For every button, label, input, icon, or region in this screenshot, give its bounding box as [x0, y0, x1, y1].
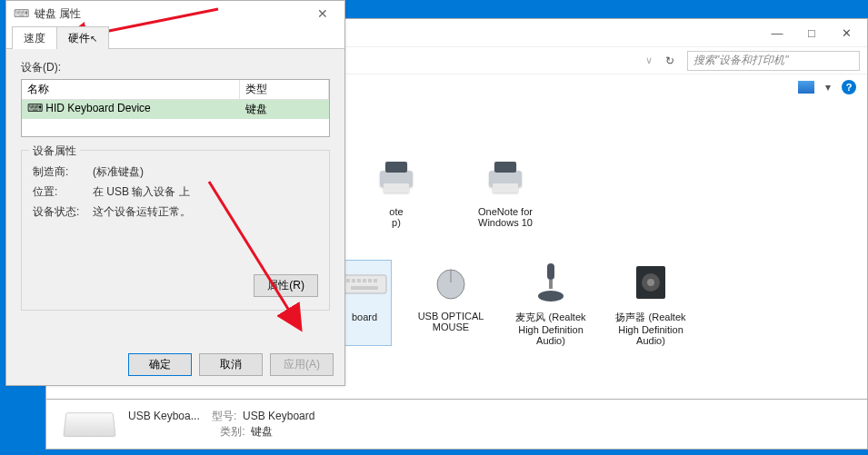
keyboard-thumb-icon: [63, 412, 115, 437]
detail-model-key: 型号:: [212, 410, 236, 422]
device-label: 扬声器 (Realtek: [610, 311, 692, 324]
devices-listbox[interactable]: 名称 类型 ⌨ HID Keyboard Device 键盘: [21, 79, 330, 137]
microphone-icon: [533, 262, 569, 303]
device-label: Audio): [510, 335, 592, 346]
svg-rect-8: [352, 279, 355, 282]
svg-rect-18: [549, 280, 553, 289]
tab-hardware[interactable]: 硬件↖: [56, 26, 109, 49]
svg-rect-17: [547, 263, 554, 280]
svg-rect-10: [363, 279, 366, 282]
speaker-icon: [633, 262, 669, 302]
devices-label: 设备(D):: [21, 60, 330, 75]
device-label: High Definition: [610, 324, 692, 335]
svg-point-19: [538, 291, 564, 302]
dialog-title: 键盘 属性: [35, 6, 81, 22]
svg-rect-4: [494, 162, 516, 173]
help-icon[interactable]: ?: [842, 80, 856, 94]
apply-button[interactable]: 应用(A): [270, 353, 334, 376]
svg-rect-13: [351, 286, 378, 290]
cancel-button[interactable]: 取消: [199, 353, 263, 376]
dialog-close-button[interactable]: ✕: [308, 6, 337, 21]
tab-speed[interactable]: 速度: [12, 26, 57, 49]
device-label: 麦克风 (Realtek: [510, 311, 592, 324]
group-legend: 设备属性: [29, 143, 80, 159]
cursor-icon: ↖: [90, 34, 97, 44]
properties-button[interactable]: 属性(R): [254, 274, 318, 297]
device-speaker[interactable]: 扬声器 (Realtek High Definition Audio): [610, 260, 692, 346]
svg-rect-2: [384, 183, 409, 193]
device-onenote-w10[interactable]: OneNote for Windows 10: [464, 155, 546, 228]
row-name: HID Keyboard Device: [45, 102, 150, 114]
detail-cat-val: 键盘: [251, 425, 273, 438]
svg-rect-1: [385, 162, 407, 173]
stat-key: 设备状态:: [33, 204, 93, 220]
svg-rect-6: [343, 275, 386, 293]
dialog-buttons: 确定 取消 应用(A): [128, 353, 334, 376]
tab-strip: 速度 硬件↖: [6, 26, 344, 48]
device-label: board: [338, 312, 391, 322]
keyboard-icon: [342, 270, 387, 297]
device-label: Audio): [610, 335, 692, 346]
device-label: Windows 10: [464, 217, 546, 228]
search-input[interactable]: 搜索"设备和打印机": [687, 51, 860, 71]
printer-icon: [374, 160, 418, 196]
listbox-header: 名称 类型: [22, 80, 329, 100]
loc-val: 在 USB 输入设备 上: [93, 184, 190, 200]
device-label: MOUSE: [410, 321, 492, 332]
keyboard-properties-dialog: ⌨ 键盘 属性 ✕ 速度 硬件↖ 设备(D): 名称 类型 ⌨ HID Keyb…: [5, 0, 345, 386]
svg-rect-7: [346, 279, 350, 282]
minimize-button[interactable]: —: [760, 22, 794, 44]
device-label: OneNote for: [464, 206, 546, 217]
mfr-key: 制造商:: [33, 164, 93, 180]
detail-name: USB Keyboa...: [128, 410, 200, 422]
close-button[interactable]: ✕: [829, 22, 863, 44]
svg-rect-11: [368, 279, 372, 282]
svg-rect-9: [357, 279, 361, 282]
device-properties-group: 设备属性 制造商:(标准键盘) 位置:在 USB 输入设备 上 设备状态:这个设…: [21, 150, 330, 311]
dropdown-icon[interactable]: ▾: [825, 81, 831, 94]
loc-key: 位置:: [33, 184, 93, 200]
view-toggle-icon[interactable]: [798, 81, 814, 94]
detail-model-val: USB Keyboard: [243, 410, 314, 422]
keyboard-icon: ⌨: [14, 7, 29, 20]
svg-rect-5: [493, 183, 518, 193]
stat-val: 这个设备运转正常。: [93, 204, 191, 220]
device-keyboard-selected[interactable]: board: [337, 260, 392, 346]
device-label: USB OPTICAL: [410, 311, 492, 321]
details-pane: USB Keyboa... 型号: USB Keyboard 类别: 键盘: [45, 400, 868, 450]
mfr-val: (标准键盘): [93, 164, 144, 180]
refresh-icon[interactable]: ↻: [660, 54, 680, 67]
device-label: High Definition: [510, 324, 592, 335]
maximize-button[interactable]: □: [794, 22, 829, 44]
row-type: 键盘: [240, 100, 329, 119]
ok-button[interactable]: 确定: [128, 353, 192, 376]
svg-rect-12: [374, 279, 377, 282]
detail-cat-key: 类别:: [220, 425, 244, 438]
tab-hardware-label: 硬件: [68, 32, 90, 45]
hardware-tab-panel: 设备(D): 名称 类型 ⌨ HID Keyboard Device 键盘 设备…: [6, 48, 344, 318]
device-mouse[interactable]: USB OPTICAL MOUSE: [410, 260, 492, 346]
address-chevron-icon[interactable]: ∨: [645, 54, 653, 66]
mouse-icon: [431, 264, 471, 301]
device-label: ote: [355, 206, 437, 217]
col-name[interactable]: 名称: [22, 80, 240, 99]
keyboard-row-icon: ⌨: [27, 102, 43, 114]
list-item[interactable]: ⌨ HID Keyboard Device 键盘: [22, 100, 329, 119]
svg-point-22: [647, 279, 654, 286]
col-type[interactable]: 类型: [240, 80, 329, 99]
device-label: p): [355, 217, 437, 228]
device-onenote-partial[interactable]: ote p): [355, 155, 437, 228]
dialog-titlebar[interactable]: ⌨ 键盘 属性 ✕: [6, 1, 344, 26]
printer-icon: [484, 160, 527, 196]
device-mic[interactable]: 麦克风 (Realtek High Definition Audio): [510, 260, 592, 346]
